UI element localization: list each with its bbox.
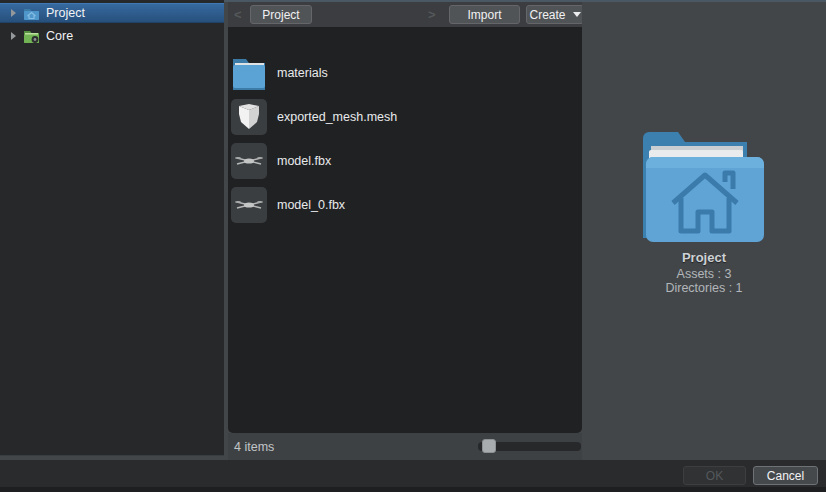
nav-forward-button[interactable]: >	[428, 7, 436, 22]
preview-title: Project	[582, 250, 826, 265]
tree-item-core[interactable]: Core	[0, 26, 224, 46]
import-button[interactable]: Import	[449, 5, 520, 24]
preview-assets-count: Assets : 3	[582, 267, 826, 281]
breadcrumb-project-button[interactable]: Project	[250, 5, 312, 24]
list-item-model-0[interactable]: model_0.fbx	[231, 185, 577, 225]
create-button[interactable]: Create	[526, 5, 584, 24]
dialog-footer: OK Cancel	[0, 460, 826, 492]
tree-item-label: Core	[46, 29, 73, 43]
model-thumbnail-icon	[231, 187, 267, 223]
expander-arrow-icon[interactable]	[11, 9, 16, 17]
slider-handle[interactable]	[482, 439, 496, 453]
item-count-label: 4 items	[234, 440, 274, 454]
thumbnail-size-slider[interactable]	[478, 442, 581, 451]
content-navbar: < Project > Import Create	[228, 2, 582, 27]
ok-button[interactable]: OK	[683, 466, 746, 485]
mesh-thumbnail-icon	[231, 99, 267, 135]
asset-name: exported_mesh.mesh	[277, 110, 397, 124]
create-button-label: Create	[529, 8, 565, 22]
list-item-model[interactable]: model.fbx	[231, 141, 577, 181]
expander-arrow-icon[interactable]	[11, 32, 16, 40]
nav-back-button[interactable]: <	[234, 7, 242, 22]
tree-item-project[interactable]: Project	[0, 3, 224, 23]
model-thumbnail-icon	[231, 143, 267, 179]
list-item-exported-mesh[interactable]: exported_mesh.mesh	[231, 97, 577, 137]
asset-name: model.fbx	[277, 154, 331, 168]
asset-list-panel[interactable]: materials exported_mesh.mesh model.f	[228, 27, 582, 433]
folder-icon	[231, 55, 267, 91]
breadcrumb-label: Project	[262, 8, 299, 22]
project-folder-icon	[23, 6, 40, 21]
asset-name: model_0.fbx	[277, 198, 345, 212]
list-status-bar: 4 items	[228, 433, 582, 460]
selection-preview-panel: Project Assets : 3 Directories : 1	[582, 2, 826, 460]
folder-tree-panel: Project Core	[0, 0, 224, 456]
cancel-button[interactable]: Cancel	[753, 466, 818, 485]
tree-item-label: Project	[46, 6, 85, 20]
import-button-label: Import	[467, 8, 501, 22]
ok-button-label: OK	[706, 469, 723, 483]
cancel-button-label: Cancel	[767, 469, 804, 483]
chevron-down-icon	[573, 12, 581, 17]
preview-directories-count: Directories : 1	[582, 281, 826, 295]
asset-name: materials	[277, 66, 328, 80]
list-item-materials[interactable]: materials	[231, 53, 577, 93]
project-folder-preview-icon	[635, 124, 769, 246]
core-folder-icon	[23, 29, 40, 44]
